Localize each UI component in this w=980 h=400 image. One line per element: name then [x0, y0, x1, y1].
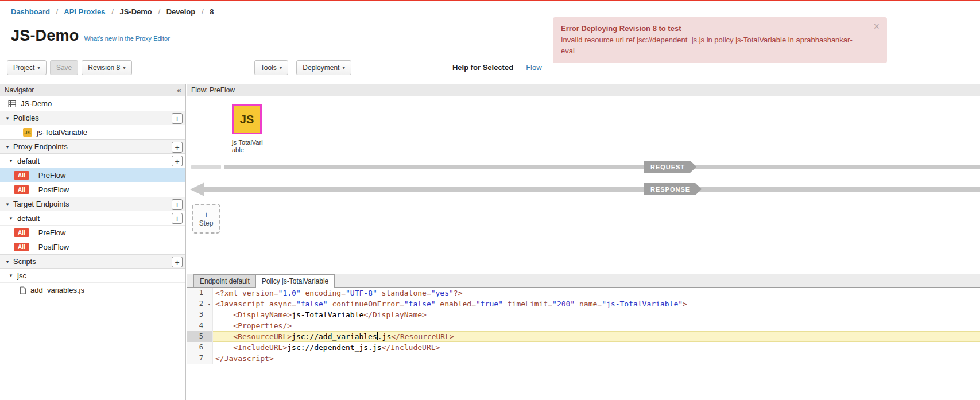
add-target-flow-button[interactable]: +: [172, 213, 183, 224]
add-policy-button[interactable]: +: [172, 113, 183, 124]
code-text[interactable]: <IncludeURL>jsc://dependent_js.js</Inclu…: [213, 342, 980, 353]
code-text[interactable]: <DisplayName>js-TotalVariable</DisplayNa…: [213, 309, 980, 320]
flow-panel: Flow: PreFlow JS js-TotalVariable REQUES…: [187, 84, 980, 274]
save-button[interactable]: Save: [50, 60, 78, 75]
code-editor[interactable]: 1<?xml version="1.0" encoding="UTF-8" st…: [187, 288, 980, 364]
collapse-panel-icon[interactable]: «: [177, 86, 181, 95]
code-segment: continueOnError=: [328, 300, 404, 308]
js-policy-node[interactable]: JS: [232, 104, 262, 134]
navigator-header: Navigator «: [0, 84, 185, 96]
save-button-label: Save: [56, 64, 72, 72]
breadcrumb-separator: /: [202, 7, 204, 16]
nav-item-policy[interactable]: JS js-TotalVariable: [0, 125, 185, 139]
code-line[interactable]: 5 <ResourceURL>jsc://add_variables.js</R…: [187, 331, 980, 342]
nav-item-target-postflow[interactable]: All PostFlow: [0, 240, 185, 254]
code-text[interactable]: <?xml version="1.0" encoding="UTF-8" sta…: [213, 288, 980, 298]
code-line[interactable]: 3 <DisplayName>js-TotalVariable</Display…: [187, 309, 980, 320]
caret-down-icon: ▾: [5, 115, 10, 121]
flow-title: Flow: PreFlow: [191, 86, 235, 94]
nav-item-proxy-default[interactable]: ▾ default +: [0, 154, 185, 168]
code-segment: <ResourceURL>: [233, 332, 292, 341]
tools-button[interactable]: Tools ▾: [254, 60, 289, 75]
flow-all-badge: All: [14, 171, 29, 180]
code-segment: "200": [552, 300, 575, 308]
code-segment: [215, 321, 233, 330]
nav-section-policies[interactable]: ▾ Policies +: [0, 111, 185, 125]
flow-all-badge: All: [14, 243, 29, 251]
request-flow-bar: [224, 165, 980, 169]
tab-policy-js-totalvariable[interactable]: Policy js-TotalVariable: [255, 274, 335, 288]
revision-button-label: Revision 8: [88, 64, 120, 72]
nav-section-scripts-label: Scripts: [13, 257, 36, 266]
help-for-selected-label: Help for Selected: [452, 63, 513, 72]
flow-canvas: JS js-TotalVariable REQUEST RESPONSE + S…: [187, 96, 980, 274]
nav-section-target-endpoints[interactable]: ▾ Target Endpoints +: [0, 197, 185, 211]
caret-down-icon: ▾: [5, 201, 10, 207]
caret-down-icon: ▾: [8, 158, 14, 164]
line-number: 1: [187, 288, 213, 298]
fold-caret-icon[interactable]: ▾: [208, 299, 211, 310]
code-segment: "UTF-8": [346, 289, 377, 297]
code-segment: "js-TotalVariable": [602, 300, 683, 308]
breadcrumb-develop: Develop: [166, 7, 196, 16]
code-segment: [215, 310, 233, 319]
code-segment: "false": [296, 300, 328, 308]
breadcrumb-dashboard[interactable]: Dashboard: [11, 7, 50, 16]
nav-section-policies-label: Policies: [13, 114, 39, 122]
tab-endpoint-default[interactable]: Endpoint default: [193, 274, 256, 287]
code-line[interactable]: 2▾<Javascript async="false" continueOnEr…: [187, 298, 980, 309]
error-banner: Error Deploying Revision 8 to test Inval…: [553, 17, 887, 63]
breadcrumb-api-proxies[interactable]: API Proxies: [64, 7, 105, 16]
add-target-endpoint-button[interactable]: +: [172, 199, 183, 210]
nav-item-proxy-root[interactable]: JS-Demo: [0, 96, 185, 111]
code-text[interactable]: </Javascript>: [213, 353, 980, 364]
code-line[interactable]: 4 <Properties/>: [187, 320, 980, 331]
code-line[interactable]: 7</Javascript>: [187, 353, 980, 364]
caret-down-icon: ▾: [5, 259, 10, 265]
code-text[interactable]: <Properties/>: [213, 320, 980, 331]
add-proxy-flow-button[interactable]: +: [172, 156, 183, 166]
nav-item-proxy-preflow[interactable]: All PreFlow: [0, 168, 185, 182]
nav-item-target-preflow[interactable]: All PreFlow: [0, 226, 185, 240]
nav-section-target-endpoints-label: Target Endpoints: [13, 200, 69, 208]
code-segment: <Javascript async=: [215, 300, 296, 308]
nav-item-jsc-folder[interactable]: ▾ jsc: [0, 269, 185, 283]
code-segment: jsc://add_variables: [292, 332, 377, 341]
caret-down-icon: ▾: [8, 273, 14, 278]
help-flow-link[interactable]: Flow: [526, 63, 541, 72]
code-text[interactable]: <Javascript async="false" continueOnErro…: [213, 298, 980, 309]
code-line[interactable]: 1<?xml version="1.0" encoding="UTF-8" st…: [187, 288, 980, 298]
nav-item-script-file[interactable]: add_variables.js: [0, 283, 185, 297]
nav-section-scripts[interactable]: ▾ Scripts +: [0, 254, 185, 269]
add-proxy-endpoint-button[interactable]: +: [172, 142, 183, 153]
close-icon[interactable]: ×: [873, 21, 880, 32]
add-script-button[interactable]: +: [172, 257, 183, 267]
code-text[interactable]: <ResourceURL>jsc://add_variables.js</Res…: [213, 331, 980, 342]
nav-section-proxy-endpoints[interactable]: ▾ Proxy Endpoints +: [0, 139, 185, 154]
js-policy-node-icon: JS: [240, 113, 254, 126]
nav-item-target-default[interactable]: ▾ default +: [0, 211, 185, 226]
code-segment: </Javascript>: [215, 354, 274, 363]
code-segment: standalone=: [377, 289, 431, 297]
project-button[interactable]: Project ▾: [7, 60, 47, 75]
code-segment: js-TotalVariable: [292, 310, 363, 319]
code-editor-panel: Endpoint default Policy js-TotalVariable…: [187, 274, 980, 400]
nav-item-proxy-root-label: JS-Demo: [21, 99, 52, 108]
flow-all-badge: All: [14, 228, 29, 237]
revision-button[interactable]: Revision 8 ▾: [82, 60, 132, 75]
code-segment: >: [683, 300, 687, 308]
code-segment: </DisplayName>: [363, 310, 427, 319]
tools-button-label: Tools: [261, 64, 277, 72]
code-line[interactable]: 6 <IncludeURL>jsc://dependent_js.js</Inc…: [187, 342, 980, 353]
line-number: 3: [187, 309, 213, 320]
add-step-button[interactable]: + Step: [192, 204, 220, 234]
nav-item-target-postflow-label: PostFlow: [38, 243, 69, 251]
add-step-button-label: Step: [199, 219, 214, 227]
nav-item-proxy-postflow[interactable]: All PostFlow: [0, 182, 185, 197]
code-segment: <?xml version=: [215, 289, 278, 297]
js-policy-icon: JS: [23, 128, 32, 137]
whats-new-link[interactable]: What's new in the Proxy Editor: [84, 35, 169, 42]
flow-header: Flow: PreFlow: [187, 84, 980, 96]
deployment-button[interactable]: Deployment ▾: [296, 60, 351, 75]
code-segment: enabled=: [436, 300, 476, 308]
